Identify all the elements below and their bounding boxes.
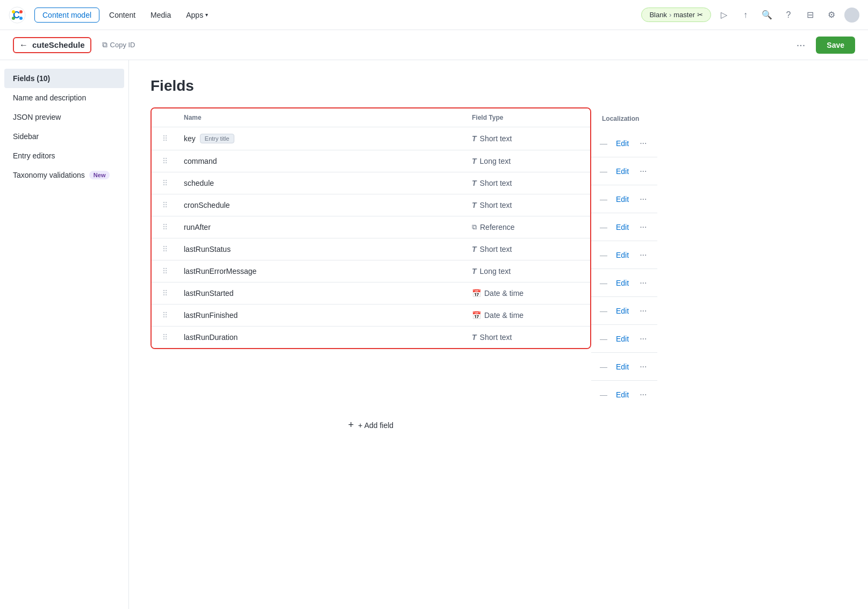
action-row-7: — Edit ··· [591, 325, 657, 353]
row-more-button[interactable]: ··· [637, 193, 649, 205]
field-type: Date & time [484, 311, 523, 320]
action-row-4: — Edit ··· [591, 241, 657, 269]
bookmark-icon-btn[interactable]: ⊟ [801, 6, 819, 24]
edit-link[interactable]: Edit [616, 195, 629, 204]
drag-handle[interactable]: ⠿ [162, 134, 184, 143]
row-more-button[interactable]: ··· [637, 277, 649, 289]
field-type: Reference [480, 223, 515, 231]
settings-icon-btn[interactable]: ⚙ [823, 6, 840, 24]
preview-icon-btn[interactable]: ▷ [715, 6, 733, 24]
edit-link[interactable]: Edit [616, 167, 629, 176]
localization-dash: — [600, 279, 607, 287]
localization-dash: — [600, 307, 607, 315]
avatar[interactable] [844, 8, 859, 23]
drag-handle[interactable]: ⠿ [162, 223, 184, 231]
field-name: lastRunErrorMessage [184, 267, 256, 276]
drag-handle[interactable]: ⠿ [162, 157, 184, 165]
secondbar: ← cuteSchedule ⧉ Copy ID ··· Save [0, 30, 868, 60]
sidebar-item-taxonomy[interactable]: Taxonomy validations New [0, 165, 128, 185]
row-more-button[interactable]: ··· [637, 165, 649, 177]
drag-handle[interactable]: ⠿ [162, 201, 184, 209]
sidebar-item-name[interactable]: Name and description [0, 88, 128, 107]
drag-handle[interactable]: ⠿ [162, 311, 184, 320]
action-row-2: — Edit ··· [591, 185, 657, 213]
localization-dash: — [600, 335, 607, 343]
drag-handle[interactable]: ⠿ [162, 267, 184, 276]
table-row: ⠿ lastRunFinished 📅 Date & time [152, 305, 590, 327]
content-nav[interactable]: Content [104, 8, 141, 22]
edit-link[interactable]: Edit [616, 279, 629, 287]
field-type-cell: T Short text [472, 333, 579, 342]
sidebar: Fields (10) Name and description JSON pr… [0, 60, 129, 609]
localization-column-header: Localization [602, 115, 639, 122]
new-badge: New [89, 171, 110, 179]
sidebar-item-fields[interactable]: Fields (10) [4, 69, 124, 88]
drag-handle[interactable]: ⠿ [162, 289, 184, 298]
row-more-button[interactable]: ··· [637, 361, 649, 373]
localization-header: Localization [591, 107, 657, 129]
edit-link[interactable]: Edit [616, 223, 629, 231]
calendar-type-icon: 📅 [472, 311, 481, 320]
row-more-button[interactable]: ··· [637, 249, 649, 261]
edit-link[interactable]: Edit [616, 251, 629, 259]
search-icon: 🔍 [762, 10, 772, 20]
row-more-button[interactable]: ··· [637, 305, 649, 317]
field-type-cell: T Short text [472, 134, 579, 143]
edit-link[interactable]: Edit [616, 307, 629, 315]
help-icon: ? [786, 10, 791, 20]
main-layout: Fields (10) Name and description JSON pr… [0, 60, 868, 609]
field-type: Short text [480, 245, 512, 253]
field-name-cell: lastRunStatus [184, 245, 472, 253]
field-type: Short text [480, 333, 512, 342]
field-type: Date & time [484, 289, 523, 298]
edit-link[interactable]: Edit [616, 390, 629, 399]
table-row: ⠿ key Entry title T Short text [152, 127, 590, 150]
actions-column: Localization — Edit ··· — Edit ··· — Edi… [591, 107, 657, 409]
branch-icon: ✂ [697, 11, 703, 19]
edit-link[interactable]: Edit [616, 363, 629, 371]
field-type: Long text [480, 157, 511, 165]
settings-icon: ⚙ [828, 10, 835, 20]
drag-handle[interactable]: ⠿ [162, 245, 184, 253]
media-nav[interactable]: Media [145, 8, 176, 22]
localization-dash: — [600, 223, 607, 231]
svg-point-4 [12, 17, 15, 20]
field-type: Short text [480, 134, 512, 143]
more-options-button[interactable]: ··· [792, 37, 810, 53]
text-type-icon: T [472, 267, 477, 276]
help-icon-btn[interactable]: ? [780, 6, 797, 24]
search-icon-btn[interactable]: 🔍 [758, 6, 776, 24]
field-type-cell: T Short text [472, 245, 579, 253]
row-more-button[interactable]: ··· [637, 221, 649, 233]
localization-dash: — [600, 363, 607, 371]
edit-link[interactable]: Edit [616, 335, 629, 343]
row-more-button[interactable]: ··· [637, 137, 649, 149]
field-name-cell: command [184, 157, 472, 165]
row-more-button[interactable]: ··· [637, 333, 649, 345]
field-type-cell: T Short text [472, 179, 579, 187]
sidebar-item-sidebar[interactable]: Sidebar [0, 127, 128, 146]
drag-handle[interactable]: ⠿ [162, 333, 184, 342]
field-type-cell: 📅 Date & time [472, 311, 579, 320]
save-button[interactable]: Save [816, 37, 855, 54]
branch-selector[interactable]: Blank › master ✂ [641, 8, 711, 22]
sidebar-item-json[interactable]: JSON preview [0, 107, 128, 127]
content-area: Fields Name Field Type ⠿ key Entry title [129, 60, 868, 609]
copy-id-button[interactable]: ⧉ Copy ID [98, 38, 140, 52]
field-name: lastRunStarted [184, 289, 234, 298]
field-name: key [184, 134, 196, 143]
apps-nav[interactable]: Apps ▾ [181, 8, 213, 22]
add-field-row[interactable]: + + Add field [150, 411, 591, 439]
content-model-nav[interactable]: Content model [34, 8, 99, 23]
action-row-5: — Edit ··· [591, 269, 657, 297]
field-name-cell: lastRunErrorMessage [184, 267, 472, 276]
edit-link[interactable]: Edit [616, 139, 629, 148]
table-row: ⠿ lastRunErrorMessage T Long text [152, 260, 590, 282]
upload-icon-btn[interactable]: ↑ [737, 6, 754, 24]
sidebar-item-editors[interactable]: Entry editors [0, 146, 128, 165]
drag-handle[interactable]: ⠿ [162, 179, 184, 187]
back-box[interactable]: ← cuteSchedule [13, 37, 91, 53]
table-header: Name Field Type [152, 108, 590, 127]
field-type: Short text [480, 201, 512, 209]
row-more-button[interactable]: ··· [637, 389, 649, 401]
